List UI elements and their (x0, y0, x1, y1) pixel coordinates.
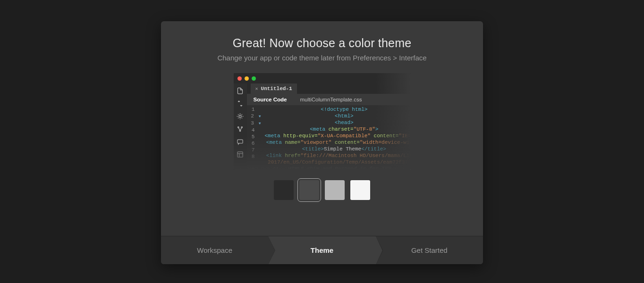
window-minimize-icon (245, 76, 249, 81)
bug-icon (237, 113, 244, 120)
editor-preview: ✕ Untitled-1 Source Code multiColumnTemp… (234, 73, 411, 170)
comment-icon (237, 138, 244, 145)
svg-point-0 (239, 115, 241, 117)
theme-swatch-dark[interactable] (299, 180, 319, 200)
step-getstarted-label: Get Started (411, 246, 448, 254)
file-icon (237, 87, 244, 94)
file-tab: ✕ Untitled-1 (251, 83, 297, 94)
svg-point-2 (241, 127, 243, 128)
theme-swatch-darkest[interactable] (274, 180, 294, 200)
arrows-icon (237, 100, 244, 107)
svg-rect-5 (237, 152, 243, 157)
theme-swatches (170, 180, 474, 200)
tab-close-icon: ✕ (255, 86, 258, 92)
modal-title: Great! Now choose a color theme (170, 36, 474, 50)
subtab-source: Source Code (247, 94, 294, 105)
theme-setup-modal: Great! Now choose a color theme Change y… (161, 21, 483, 264)
theme-swatch-light[interactable] (325, 180, 345, 200)
svg-point-1 (238, 127, 239, 128)
code-content: <!doctype html> <html> <head> <meta char… (263, 105, 411, 170)
layout-icon (237, 151, 244, 158)
svg-point-3 (239, 130, 241, 132)
step-footer: Workspace Theme Get Started (161, 236, 483, 264)
step-theme[interactable]: Theme (268, 236, 375, 264)
subtab-other: multiColumnTemplate.css (293, 94, 368, 105)
window-titlebar (234, 73, 411, 83)
sub-tabbar: Source Code multiColumnTemplate.css (247, 94, 411, 105)
file-tab-label: Untitled-1 (261, 86, 292, 92)
modal-subtitle: Change your app or code theme later from… (170, 54, 474, 62)
step-workspace-label: Workspace (197, 246, 232, 254)
svg-rect-4 (237, 140, 243, 143)
modal-body: Great! Now choose a color theme Change y… (161, 21, 483, 236)
theme-preview: ✕ Untitled-1 Source Code multiColumnTemp… (234, 73, 411, 170)
code-area: 1 2 ▼ 3 ▼ 4 5 6 7 8 9 (247, 105, 411, 170)
step-workspace[interactable]: Workspace (161, 236, 268, 264)
theme-swatch-lightest[interactable] (350, 180, 370, 200)
step-theme-label: Theme (311, 246, 333, 254)
window-close-icon (237, 76, 242, 81)
line-gutter: 1 2 ▼ 3 ▼ 4 5 6 7 8 9 (247, 105, 263, 170)
window-zoom-icon (252, 76, 256, 81)
editor-iconbar (234, 83, 247, 170)
step-getstarted[interactable]: Get Started (376, 236, 483, 264)
nodes-icon (237, 125, 244, 133)
file-tabbar: ✕ Untitled-1 (247, 83, 411, 94)
